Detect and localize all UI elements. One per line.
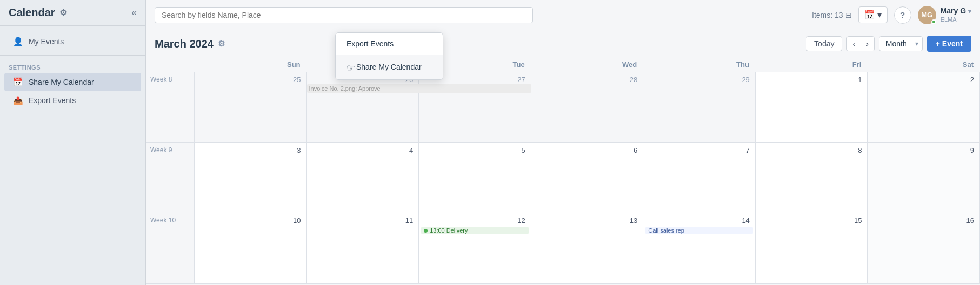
cal-cell-4[interactable]: 4 bbox=[307, 143, 419, 213]
cal-cell-11[interactable]: 11 bbox=[307, 213, 419, 283]
nav-arrows: ‹ › bbox=[846, 36, 874, 51]
date-6: 6 bbox=[534, 145, 641, 155]
date-12: 12 bbox=[421, 215, 529, 226]
calendar-header-row: Sun Mon Tue Wed Thu Fri Sat bbox=[146, 57, 980, 72]
date-4: 4 bbox=[309, 145, 417, 155]
week8-label: Week 8 bbox=[146, 72, 195, 142]
today-button[interactable]: Today bbox=[806, 36, 842, 51]
sidebar-title: Calendar ⚙ bbox=[9, 6, 67, 19]
calendar-view-icon: 📅 bbox=[864, 10, 875, 20]
sidebar-nav: 👤 My Events SETTINGS 📅 Share My Calendar… bbox=[0, 26, 145, 116]
cal-cell-25[interactable]: 25 bbox=[195, 72, 307, 142]
calendar-area: March 2024 ⚙ Today ‹ › Month Week Day bbox=[146, 30, 980, 285]
delivery-dot bbox=[424, 229, 428, 233]
calendar-settings-icon[interactable]: ⚙ bbox=[218, 39, 225, 49]
calendar-grid: Sun Mon Tue Wed Thu Fri Sat Week 8 25 bbox=[146, 57, 980, 284]
sidebar-item-export-events-label: Export Events bbox=[29, 96, 76, 105]
sidebar-gear-icon[interactable]: ⚙ bbox=[59, 8, 67, 18]
date-28: 28 bbox=[534, 74, 641, 85]
export-events-icon: 📤 bbox=[13, 96, 23, 105]
context-menu-item-share[interactable]: ☞ Share My Calendar bbox=[336, 55, 443, 79]
cal-cell-29[interactable]: 29 bbox=[643, 72, 756, 142]
date-14: 14 bbox=[645, 215, 753, 226]
sidebar-item-my-events[interactable]: 👤 My Events bbox=[4, 32, 141, 51]
calendar-toolbar: March 2024 ⚙ Today ‹ › Month Week Day bbox=[146, 30, 980, 57]
date-9: 9 bbox=[870, 145, 977, 155]
context-menu-export-label: Export Events bbox=[346, 39, 394, 48]
items-count: Items: 13 ⊟ bbox=[812, 11, 852, 19]
settings-section-label: SETTINGS bbox=[0, 60, 145, 73]
user-avatar[interactable]: MG Mary G ▾ ELMA bbox=[918, 6, 971, 24]
help-button[interactable]: ? bbox=[894, 6, 911, 24]
event-call-sales[interactable]: Call sales rep bbox=[645, 227, 753, 234]
cal-cell-28[interactable]: 28 bbox=[531, 72, 644, 142]
main-content: Items: 13 ⊟ 📅 ▾ ? MG bbox=[146, 0, 980, 285]
filter-icon[interactable]: ⊟ bbox=[845, 11, 852, 19]
share-calendar-icon: 📅 bbox=[13, 77, 23, 87]
calendar-header-thu: Thu bbox=[643, 57, 756, 72]
sidebar-item-export-events[interactable]: 📤 Export Events bbox=[4, 91, 141, 110]
cal-cell-10[interactable]: 10 bbox=[195, 213, 307, 283]
cal-cell-27[interactable]: 27 bbox=[419, 72, 531, 142]
search-input[interactable] bbox=[155, 7, 533, 23]
calendar-header-fri: Fri bbox=[756, 57, 868, 72]
next-month-button[interactable]: › bbox=[861, 37, 874, 51]
event-invoice: Invoice No. 2.png: Approve bbox=[307, 84, 531, 93]
date-16: 16 bbox=[870, 215, 977, 226]
calendar-view-button[interactable]: 📅 ▾ bbox=[858, 6, 888, 23]
help-icon: ? bbox=[900, 10, 905, 19]
avatar-initials: MG bbox=[921, 11, 932, 19]
cal-cell-16[interactable]: 16 bbox=[868, 213, 980, 283]
context-menu-item-export[interactable]: Export Events bbox=[336, 33, 443, 55]
date-15: 15 bbox=[758, 215, 865, 226]
date-10: 10 bbox=[197, 215, 304, 226]
topbar: Items: 13 ⊟ 📅 ▾ ? MG bbox=[146, 0, 980, 30]
event-delivery[interactable]: 13:00 Delivery bbox=[421, 227, 529, 234]
date-25: 25 bbox=[197, 74, 304, 85]
sidebar-item-share-calendar[interactable]: 📅 Share My Calendar bbox=[4, 73, 141, 91]
month-view-select[interactable]: Month Week Day bbox=[879, 36, 923, 51]
cal-cell-26[interactable]: 26 Invoice No. 2.png: Approve bbox=[307, 72, 419, 142]
context-menu: Export Events ☞ Share My Calendar bbox=[335, 32, 443, 80]
month-view-select-wrap: Month Week Day bbox=[879, 36, 923, 51]
date-2: 2 bbox=[870, 74, 977, 85]
week10-label: Week 10 bbox=[146, 213, 195, 283]
date-29: 29 bbox=[645, 74, 753, 85]
cal-cell-14[interactable]: 14 Call sales rep bbox=[643, 213, 756, 283]
cal-cell-2[interactable]: 2 bbox=[868, 72, 980, 142]
cal-cell-12[interactable]: 12 13:00 Delivery bbox=[419, 213, 531, 283]
app-container: Calendar ⚙ « 👤 My Events SETTINGS 📅 Shar… bbox=[0, 0, 980, 285]
sidebar-item-share-calendar-label: Share My Calendar bbox=[29, 78, 94, 86]
date-11: 11 bbox=[309, 215, 417, 226]
cal-cell-1[interactable]: 1 bbox=[756, 72, 868, 142]
prev-month-button[interactable]: ‹ bbox=[847, 37, 861, 51]
calendar-title-text: Calendar bbox=[9, 6, 55, 19]
calendar-header-sat: Sat bbox=[868, 57, 980, 72]
cal-cell-3[interactable]: 3 bbox=[195, 143, 307, 213]
cal-cell-13[interactable]: 13 bbox=[531, 213, 644, 283]
calendar-header-sun: Sun bbox=[195, 57, 307, 72]
calendar-header-wed: Wed bbox=[531, 57, 644, 72]
add-event-button[interactable]: + Event bbox=[927, 36, 971, 52]
my-events-icon: 👤 bbox=[13, 37, 23, 46]
cal-cell-6[interactable]: 6 bbox=[531, 143, 644, 213]
cal-cell-9[interactable]: 9 bbox=[868, 143, 980, 213]
sidebar-collapse-button[interactable]: « bbox=[131, 7, 137, 18]
calendar-view-arrow: ▾ bbox=[877, 10, 882, 20]
call-sales-text: Call sales rep bbox=[648, 227, 684, 234]
cal-cell-7[interactable]: 7 bbox=[643, 143, 756, 213]
cal-cell-8[interactable]: 8 bbox=[756, 143, 868, 213]
sidebar-header: Calendar ⚙ « bbox=[0, 0, 145, 26]
calendar-body: Week 8 25 26 Invoice No. 2.png: Approve … bbox=[146, 72, 980, 284]
cal-cell-5[interactable]: 5 bbox=[419, 143, 531, 213]
date-7: 7 bbox=[645, 145, 753, 155]
calendar-month-title: March 2024 ⚙ bbox=[155, 38, 225, 50]
calendar-row-week8: Week 8 25 26 Invoice No. 2.png: Approve … bbox=[146, 72, 980, 143]
date-1: 1 bbox=[758, 74, 865, 85]
date-3: 3 bbox=[197, 145, 304, 155]
user-info: Mary G ▾ ELMA bbox=[941, 6, 971, 23]
delivery-text: 13:00 Delivery bbox=[430, 227, 468, 234]
cal-cell-15[interactable]: 15 bbox=[756, 213, 868, 283]
calendar-navigation: Today ‹ › Month Week Day + Event bbox=[806, 36, 971, 52]
date-5: 5 bbox=[421, 145, 529, 155]
